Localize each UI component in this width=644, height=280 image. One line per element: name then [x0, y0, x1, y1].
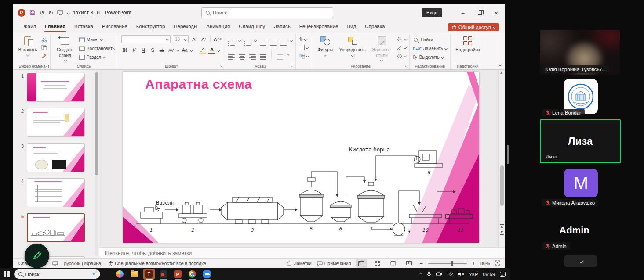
clock[interactable]: 09:59 [483, 272, 495, 277]
strikethrough-button[interactable]: S [149, 47, 156, 54]
share-button[interactable]: Общий доступ [448, 23, 499, 31]
orange-t-app-icon[interactable]: T [143, 269, 155, 280]
start-button[interactable] [4, 271, 10, 277]
shape-fill-button[interactable] [397, 36, 406, 43]
zoom-out-button[interactable]: − [419, 260, 423, 267]
tab-record[interactable]: Запись [269, 21, 295, 33]
display-settings-icon[interactable] [52, 261, 58, 266]
tab-view[interactable]: Вид [342, 21, 360, 33]
tray-expand-icon[interactable] [419, 273, 422, 276]
cut-button[interactable] [41, 36, 47, 43]
highlight-color-button[interactable] [199, 47, 206, 54]
slide-thumbnail[interactable] [27, 178, 85, 207]
tab-animations[interactable]: Анимация [202, 21, 234, 33]
participant-initial-avatar[interactable]: M [564, 169, 598, 197]
participants-scrollbar[interactable] [507, 145, 509, 164]
fit-slide-button[interactable] [495, 260, 500, 266]
slide-thumbnail[interactable] [27, 108, 85, 137]
restore-button[interactable] [471, 4, 488, 21]
copilot-icon[interactable] [114, 269, 126, 280]
addins-button[interactable]: Надстройки [454, 35, 482, 63]
slide-thumbnail[interactable] [27, 73, 85, 102]
zoom-slider-thumb[interactable] [451, 261, 453, 266]
tab-file[interactable]: Файл [19, 21, 40, 33]
notes-placeholder[interactable]: Щелкните, чтобы добавить заметки [99, 247, 505, 258]
tab-insert[interactable]: Вставка [70, 21, 98, 33]
language-indicator[interactable]: русский (Украина) [64, 261, 103, 266]
align-center-button[interactable] [239, 49, 245, 60]
accessibility-status[interactable]: Специальные возможности: все в порядке [109, 261, 206, 266]
scrollbar-up-icon[interactable]: ▲ [500, 71, 502, 74]
quick-styles-button[interactable]: Экспресс-стили [370, 35, 394, 63]
font-size-select[interactable]: 18 [173, 35, 189, 43]
view-slideshow-button[interactable] [404, 259, 414, 268]
view-reading-button[interactable] [388, 259, 398, 268]
copy-button[interactable] [41, 44, 47, 50]
text-shadow-button[interactable]: ab [158, 47, 165, 54]
tab-review[interactable]: Рецензирование [295, 21, 343, 33]
paste-button[interactable]: Вставить [17, 35, 38, 63]
grow-font-button[interactable]: Aˆ [191, 36, 198, 43]
wifi-icon[interactable] [448, 272, 453, 276]
file-explorer-icon[interactable] [129, 269, 140, 280]
shape-outline-button[interactable] [397, 44, 406, 51]
bullets-button[interactable] [228, 35, 235, 46]
columns-button[interactable] [277, 49, 283, 60]
bold-button[interactable]: Ж [121, 47, 128, 54]
align-left-button[interactable] [228, 49, 235, 60]
slide-thumbnail[interactable] [27, 143, 85, 172]
numbering-button[interactable] [244, 35, 251, 46]
zoom-slider[interactable] [428, 263, 467, 264]
view-slide-sorter-button[interactable] [372, 259, 382, 268]
view-normal-button[interactable] [356, 259, 367, 268]
comments-toggle-button[interactable]: Примечания [317, 261, 351, 266]
search-input[interactable]: Поиск [201, 7, 333, 18]
volume-muted-icon[interactable] [458, 272, 464, 276]
undo-icon[interactable]: ↺ [40, 10, 44, 16]
reset-slide-button[interactable]: Восстановить [79, 45, 115, 52]
zoom-in-button[interactable]: + [472, 260, 475, 266]
shape-effects-button[interactable] [397, 53, 406, 59]
save-icon[interactable] [29, 10, 36, 16]
find-button[interactable]: Найти [413, 36, 447, 43]
underline-button[interactable]: Ч [140, 47, 147, 54]
thumbnail-scrollbar[interactable] [95, 72, 98, 256]
format-painter-button[interactable] [41, 52, 47, 58]
decrease-indent-button[interactable] [260, 35, 266, 46]
layout-button[interactable]: Макет [79, 36, 115, 43]
redo-icon[interactable]: ↻ [48, 10, 53, 16]
tab-home[interactable]: Главная [40, 21, 70, 33]
notification-center-icon[interactable] [500, 272, 506, 277]
annotation-pencil-button[interactable] [25, 244, 49, 268]
microphone-icon[interactable] [427, 271, 431, 277]
start-slideshow-icon[interactable] [57, 10, 63, 15]
line-spacing-button[interactable] [280, 35, 287, 46]
italic-button[interactable]: К [131, 47, 138, 54]
arrange-button[interactable]: Упорядочить [338, 35, 367, 63]
slide-thumbnail-selected[interactable] [27, 213, 85, 242]
powerpoint-taskbar-icon[interactable]: P [172, 269, 184, 280]
participant-video-tile[interactable]: Юлія Вороніна-Тузовськ... [540, 30, 620, 75]
camera-icon[interactable] [436, 272, 443, 276]
close-button[interactable]: × [488, 4, 505, 21]
dialog-launcher-icon[interactable] [291, 65, 294, 68]
font-name-select[interactable] [121, 35, 171, 43]
text-direction-button[interactable]: ⇅ [299, 36, 309, 43]
tab-draw[interactable]: Рисование [98, 21, 132, 33]
dialog-launcher-icon[interactable] [405, 65, 408, 68]
language-indicator[interactable]: УКР [469, 272, 478, 277]
font-color-button[interactable]: А [208, 47, 215, 54]
chrome-icon[interactable] [187, 269, 198, 280]
next-slide-button[interactable]: ▼ [500, 231, 504, 235]
tab-transitions[interactable]: Переходы [169, 21, 202, 33]
zoom-icon[interactable] [201, 269, 213, 280]
taskbar-search-input[interactable]: Поиск ✦ [14, 269, 100, 279]
document-app-icon[interactable] [158, 269, 169, 280]
increase-indent-button[interactable] [270, 35, 277, 46]
select-button[interactable]: Выделить [413, 54, 447, 61]
smartart-convert-button[interactable] [299, 53, 309, 59]
replace-button[interactable]: b⇄cЗаменить [413, 45, 447, 52]
collapse-participants-button[interactable] [564, 255, 597, 267]
tab-design[interactable]: Конструктор [132, 21, 170, 33]
tab-help[interactable]: Справка [360, 21, 389, 33]
